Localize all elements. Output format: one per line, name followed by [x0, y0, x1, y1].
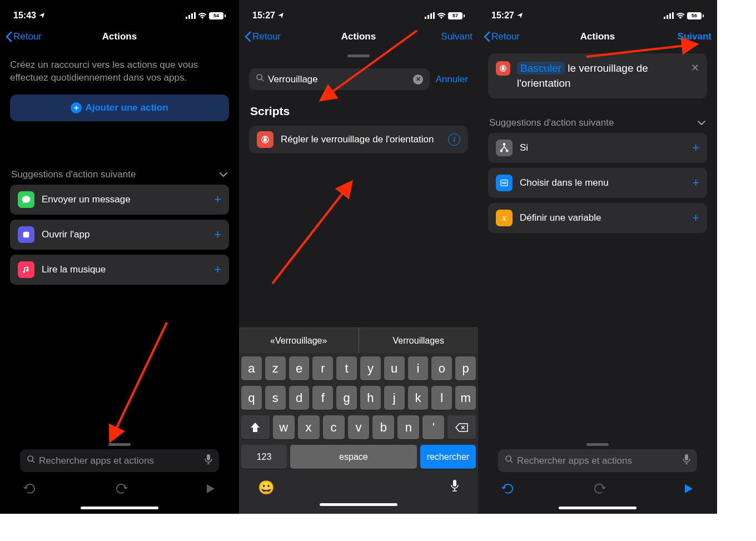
next-button[interactable]: Suivant [441, 31, 472, 42]
suggestion-open-app[interactable]: Ouvrir l'app + [10, 220, 229, 250]
action-token[interactable]: Basculer [517, 62, 565, 75]
key-w[interactable]: w [273, 415, 295, 439]
numbers-key[interactable]: 123 [241, 445, 287, 469]
key-a[interactable]: a [241, 356, 262, 380]
cancel-button[interactable]: Annuler [435, 74, 468, 85]
nav-bar: Retour Actions Suivant [239, 24, 478, 49]
script-orientation-lock[interactable]: Régler le verrouillage de l'orientation … [249, 126, 468, 153]
key-t[interactable]: t [336, 356, 357, 380]
description: Créez un raccourci vers les actions que … [10, 49, 229, 95]
suggestion-menu[interactable]: Choisir dans le menu + [488, 168, 707, 198]
suggestion-label: Ouvrir l'app [42, 229, 207, 240]
shift-key[interactable] [241, 415, 270, 439]
drag-handle[interactable] [347, 54, 370, 57]
page-title: Actions [341, 31, 376, 42]
suggestion-2[interactable]: Verrouillages [359, 328, 479, 353]
key-apos[interactable]: ' [422, 415, 444, 439]
key-b[interactable]: b [372, 415, 394, 439]
location-icon [516, 12, 523, 19]
home-indicator[interactable] [559, 507, 636, 509]
drag-handle[interactable] [108, 443, 131, 446]
mic-icon[interactable] [450, 480, 459, 495]
wifi-icon [676, 12, 685, 19]
key-m[interactable]: m [455, 386, 476, 410]
key-c[interactable]: c [323, 415, 345, 439]
clear-icon[interactable]: ✕ [413, 75, 423, 85]
home-indicator[interactable] [81, 507, 158, 509]
mic-icon[interactable] [205, 454, 212, 467]
keyboard-suggestions: «Verrouillage» Verrouillages [239, 327, 478, 353]
back-button[interactable]: Retour [245, 31, 281, 42]
search-input[interactable]: Verrouillage ✕ [249, 68, 430, 90]
key-f[interactable]: f [312, 386, 333, 410]
location-icon [277, 12, 284, 19]
key-k[interactable]: k [408, 386, 429, 410]
play-icon[interactable] [684, 483, 694, 498]
key-i[interactable]: i [408, 356, 429, 380]
svg-rect-21 [672, 12, 674, 19]
emoji-icon[interactable]: 😀 [258, 480, 275, 495]
close-icon[interactable]: ✕ [691, 61, 699, 75]
key-z[interactable]: z [265, 356, 286, 380]
search-input[interactable]: Rechercher apps et actions [498, 449, 697, 472]
add-action-button[interactable]: + Ajouter une action [10, 95, 229, 121]
suggestion-label: Choisir dans le menu [520, 177, 685, 188]
key-v[interactable]: v [348, 415, 370, 439]
key-o[interactable]: o [431, 356, 452, 380]
svg-rect-20 [669, 13, 671, 19]
space-key[interactable]: espace [290, 445, 417, 469]
svg-rect-2 [191, 13, 193, 19]
key-e[interactable]: e [289, 356, 310, 380]
undo-icon[interactable] [23, 483, 37, 498]
mic-icon[interactable] [683, 454, 690, 467]
key-d[interactable]: d [289, 386, 310, 410]
redo-icon[interactable] [115, 483, 128, 498]
suggestion-label: Lire la musique [42, 264, 207, 275]
info-icon[interactable]: i [448, 133, 460, 146]
undo-icon[interactable] [501, 483, 515, 498]
scripts-header: Scripts [249, 97, 468, 126]
page-title: Actions [580, 31, 615, 42]
redo-icon[interactable] [593, 483, 606, 498]
home-indicator[interactable] [320, 503, 397, 506]
key-u[interactable]: u [384, 356, 405, 380]
key-r[interactable]: r [312, 356, 333, 380]
search-input[interactable]: Rechercher apps et actions [20, 449, 219, 472]
key-h[interactable]: h [360, 386, 381, 410]
key-p[interactable]: p [455, 356, 476, 380]
play-icon[interactable] [206, 483, 216, 498]
back-button[interactable]: Retour [6, 31, 42, 42]
suggestion-if[interactable]: Si + [488, 133, 707, 163]
phone-screen-3: 15:27 56 Retour Actions Suivant Basculer… [478, 0, 717, 514]
status-bar: 15:43 54 [0, 0, 239, 24]
key-n[interactable]: n [397, 415, 419, 439]
suggestion-1[interactable]: «Verrouillage» [239, 328, 359, 353]
suggestion-play-music[interactable]: Lire la musique + [10, 255, 229, 285]
suggestion-send-message[interactable]: Envoyer un message + [10, 185, 229, 215]
key-s[interactable]: s [265, 386, 286, 410]
return-key[interactable]: rechercher [420, 445, 476, 469]
clock: 15:27 [252, 11, 275, 21]
plus-circle-icon: + [71, 102, 82, 113]
next-button[interactable]: Suivant [678, 31, 712, 42]
key-row-2: q s d f g h j k l m [241, 386, 476, 410]
action-card[interactable]: Basculer le verrouillage de l'orientatio… [488, 53, 707, 98]
key-g[interactable]: g [336, 386, 357, 410]
key-y[interactable]: y [360, 356, 381, 380]
key-x[interactable]: x [298, 415, 320, 439]
svg-rect-11 [433, 12, 435, 19]
suggestions-header[interactable]: Suggestions d'action suivante [488, 114, 707, 133]
search-icon [256, 73, 265, 85]
backspace-key[interactable] [447, 415, 476, 439]
suggestion-variable[interactable]: x Définir une variable + [488, 203, 707, 233]
key-row-3: w x c v b n ' [241, 415, 476, 439]
back-button[interactable]: Retour [484, 31, 520, 42]
suggestion-label: Envoyer un message [42, 194, 207, 205]
key-l[interactable]: l [431, 386, 452, 410]
key-row-1: a z e r t y u i o p [241, 356, 476, 380]
suggestions-header[interactable]: Suggestions d'action suivante [10, 166, 229, 185]
svg-rect-1 [188, 15, 190, 19]
drag-handle[interactable] [586, 443, 609, 446]
key-j[interactable]: j [384, 386, 405, 410]
key-q[interactable]: q [241, 386, 262, 410]
